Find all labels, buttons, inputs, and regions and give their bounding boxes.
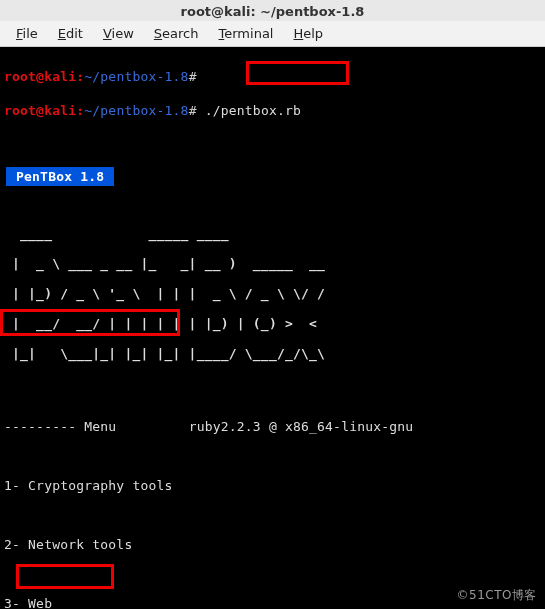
menu-search[interactable]: Search: [144, 24, 209, 43]
menu-view[interactable]: View: [93, 24, 144, 43]
terminal-area[interactable]: root@kali:~/pentbox-1.8# root@kali:~/pen…: [0, 47, 545, 609]
menu-option-1: 1- Cryptography tools: [4, 477, 541, 494]
menu-option-2: 2- Network tools: [4, 536, 541, 553]
watermark: ©51CTO博客: [457, 587, 537, 604]
ascii-logo: ____ _____ ____ | _ \ ___ _ __ |_ _| __ …: [4, 211, 541, 376]
window-title: root@kali: ~/pentbox-1.8: [0, 0, 545, 21]
menu-help[interactable]: Help: [283, 24, 333, 43]
menu-header: --------- Menu ruby2.2.3 @ x86_64-linux-…: [4, 418, 541, 435]
prompt-line-2: root@kali:~/pentbox-1.8# ./pentbox.rb: [4, 102, 541, 119]
menu-edit[interactable]: Edit: [48, 24, 93, 43]
prompt-line-1: root@kali:~/pentbox-1.8#: [4, 68, 541, 85]
command-text: ./pentbox.rb: [205, 103, 301, 118]
menu-file[interactable]: File: [6, 24, 48, 43]
menu-terminal[interactable]: Terminal: [209, 24, 284, 43]
app-banner: PenTBox 1.8: [6, 167, 114, 186]
menubar: File Edit View Search Terminal Help: [0, 21, 545, 47]
